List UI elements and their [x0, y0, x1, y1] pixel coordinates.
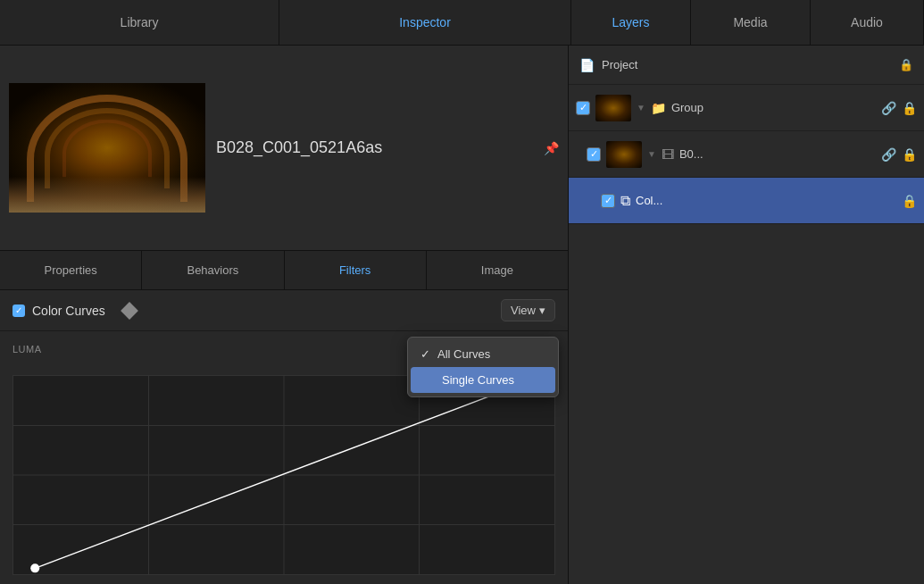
colorcurves-visibility-check[interactable]: ✓	[601, 194, 615, 208]
main-layout: B028_C001_0521A6as 📌 Properties Behavior…	[0, 46, 924, 584]
view-button-label: View	[511, 304, 536, 317]
group-lock-icon[interactable]: 🔒	[902, 101, 917, 115]
clip-name: B028_C001_0521A6as	[216, 138, 382, 157]
color-curves-label: Color Curves	[32, 304, 105, 318]
tab-library[interactable]: Library	[0, 0, 279, 45]
tab-filters[interactable]: Filters	[285, 251, 427, 289]
tab-properties[interactable]: Properties	[0, 251, 142, 289]
filter-icon: ⧉	[620, 193, 630, 209]
svg-point-7	[30, 563, 39, 572]
view-button[interactable]: View ▾	[501, 299, 555, 321]
group-name: Group	[671, 101, 876, 114]
color-curves-checkbox[interactable]: ✓	[12, 305, 25, 317]
project-file-icon: 📄	[579, 58, 595, 72]
group-actions: 🔗 🔒	[881, 101, 917, 115]
curves-area: ✓ Color Curves View ▾ ✓ All Curves	[0, 290, 568, 584]
dropdown-item-single-curves[interactable]: Single Curves	[411, 367, 555, 393]
keyframe-diamond-icon[interactable]	[121, 302, 138, 320]
clip-actions: 🔗 🔒	[881, 147, 917, 162]
tab-audio-label: Audio	[851, 15, 883, 29]
pin-icon[interactable]: 📌	[544, 141, 559, 155]
top-tab-bar: Library Inspector Layers Media Audio	[0, 0, 924, 46]
tab-layers-label: Layers	[612, 15, 649, 29]
all-curves-checkmark: ✓	[420, 347, 430, 361]
group-link-icon[interactable]: 🔗	[881, 101, 896, 115]
clip-visibility-check[interactable]: ✓	[587, 147, 601, 162]
clip-lock-icon[interactable]: 🔒	[902, 147, 917, 162]
colorcurves-name: Col...	[636, 194, 896, 207]
group-expand-arrow[interactable]: ▼	[637, 103, 645, 113]
group-thumbnail	[595, 95, 631, 121]
chevron-down-icon: ▾	[539, 304, 545, 317]
sub-tabs: Properties Behaviors Filters Image	[0, 251, 568, 290]
colorcurves-actions: 🔒	[902, 194, 917, 208]
tab-media[interactable]: Media	[691, 0, 811, 45]
curves-header: ✓ Color Curves View ▾	[0, 290, 568, 331]
group-folder-icon: 📁	[651, 101, 666, 115]
preview-info: B028_C001_0521A6as 📌	[216, 138, 559, 157]
clip-link-icon[interactable]: 🔗	[881, 147, 896, 162]
left-panel: B028_C001_0521A6as 📌 Properties Behavior…	[0, 46, 569, 584]
layers-list: 📄 Project 🔒 ✓ ▼ 📁 Group 🔗 🔒	[569, 46, 924, 224]
single-curves-label: Single Curves	[442, 373, 514, 387]
clip-expand-arrow[interactable]: ▼	[647, 149, 656, 159]
project-lock-icon: 🔒	[899, 58, 913, 71]
preview-thumbnail	[9, 83, 205, 213]
tab-behaviors[interactable]: Behaviors	[142, 251, 284, 289]
luma-label: LUMA	[12, 344, 42, 355]
tab-layers[interactable]: Layers	[571, 0, 691, 45]
clip-thumbnail	[606, 141, 642, 168]
project-name: Project	[602, 58, 892, 71]
right-panel: 📄 Project 🔒 ✓ ▼ 📁 Group 🔗 🔒	[569, 46, 924, 584]
layer-row-project[interactable]: 📄 Project 🔒	[569, 46, 924, 85]
all-curves-label: All Curves	[437, 347, 490, 361]
layer-row-color-curves[interactable]: ✓ ⧉ Col... 🔒	[569, 178, 924, 224]
preview-area: B028_C001_0521A6as 📌	[0, 46, 568, 251]
tab-inspector[interactable]: Inspector	[279, 0, 571, 45]
tab-image[interactable]: Image	[427, 251, 568, 289]
preview-title: B028_C001_0521A6as 📌	[216, 138, 559, 157]
colorcurves-lock-icon[interactable]: 🔒	[902, 194, 917, 208]
layer-row-clip[interactable]: ✓ ▼ 🎞 B0... 🔗 🔒	[569, 131, 924, 178]
tab-library-label: Library	[121, 15, 159, 29]
view-dropdown-menu: ✓ All Curves Single Curves	[407, 337, 559, 397]
curves-title-row: ✓ Color Curves	[12, 304, 136, 318]
group-visibility-check[interactable]: ✓	[576, 101, 590, 115]
layer-row-group[interactable]: ✓ ▼ 📁 Group 🔗 🔒	[569, 85, 924, 131]
curve-grid	[12, 375, 555, 575]
clip-name: B0...	[679, 147, 876, 161]
tab-audio[interactable]: Audio	[811, 0, 924, 45]
tab-inspector-label: Inspector	[399, 15, 451, 29]
tab-media-label: Media	[733, 15, 767, 29]
clip-film-icon: 🎞	[662, 147, 674, 162]
dropdown-item-all-curves[interactable]: ✓ All Curves	[408, 341, 558, 367]
curve-svg	[13, 376, 554, 574]
